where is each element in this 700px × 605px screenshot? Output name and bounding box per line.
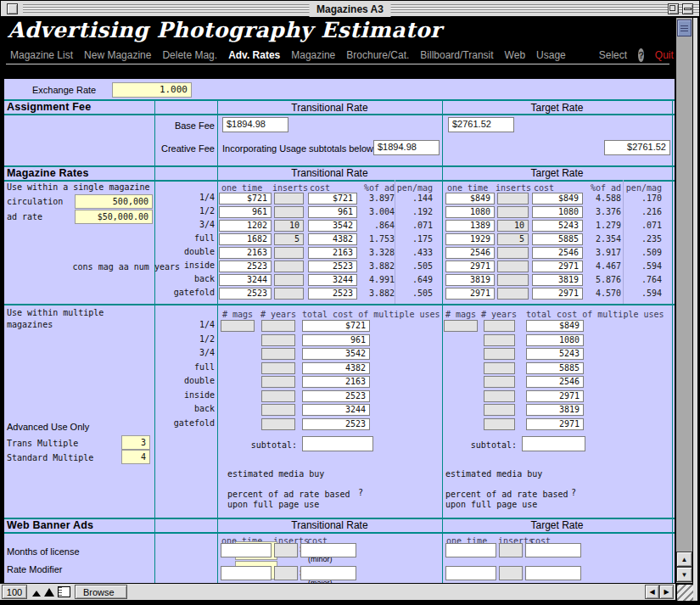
trans-total-cost-field[interactable]: $721 <box>302 320 370 332</box>
scroll-up-icon[interactable]: ▲ <box>676 552 692 567</box>
target-inserts-field[interactable] <box>497 288 529 300</box>
menu-item[interactable]: Delete Mag. <box>162 49 217 61</box>
menu-item[interactable]: Brochure/Cat. <box>346 49 409 61</box>
scroll-down-icon[interactable]: ▼ <box>676 567 692 582</box>
trans-total-cost-field[interactable]: 2523 <box>302 390 370 402</box>
web-target-one-time-field[interactable] <box>445 566 496 580</box>
target-one-time-field[interactable]: 3819 <box>445 274 495 286</box>
scroll-left-icon[interactable]: ◀ <box>645 585 659 599</box>
trans-one-time-field[interactable]: $721 <box>219 193 272 204</box>
target-num-years-field[interactable] <box>484 334 515 346</box>
target-total-cost-field[interactable]: 1080 <box>526 334 584 346</box>
web-target-inserts-field[interactable] <box>499 543 523 557</box>
trans-num-years-field[interactable] <box>261 334 295 346</box>
target-inserts-field[interactable] <box>497 274 529 286</box>
target-one-time-field[interactable]: 2971 <box>445 288 495 300</box>
web-target-cost-field[interactable] <box>525 543 581 557</box>
trans-inserts-field[interactable] <box>274 274 304 286</box>
trans-subtotal-field[interactable] <box>302 436 373 451</box>
target-total-cost-field[interactable]: 5885 <box>526 362 584 374</box>
target-one-time-field[interactable]: 1929 <box>445 233 495 245</box>
exchange-rate-field[interactable]: 1.000 <box>112 82 192 98</box>
target-inserts-field[interactable] <box>497 247 529 259</box>
web-trans-one-time-field[interactable] <box>221 566 272 580</box>
trans-num-years-field[interactable] <box>261 320 295 332</box>
window-titlebar[interactable]: Magazines A3 <box>0 0 700 17</box>
zoom-out-icon[interactable] <box>32 591 41 597</box>
menu-item[interactable]: Adv. Rates <box>228 49 280 61</box>
creative-fee-trans-field[interactable]: $1894.98 <box>373 140 440 155</box>
vertical-scrollbar[interactable]: ▲ ▼ <box>675 18 692 583</box>
target-num-years-field[interactable] <box>484 418 515 430</box>
target-num-years-field[interactable] <box>484 390 515 402</box>
target-subtotal-field[interactable] <box>522 436 585 451</box>
menu-item-quit[interactable]: Quit <box>655 49 674 61</box>
target-inserts-field[interactable]: 10 <box>497 220 529 232</box>
target-total-cost-field[interactable]: 2971 <box>526 390 584 402</box>
target-one-time-field[interactable]: $849 <box>445 193 495 204</box>
target-inserts-field[interactable] <box>497 206 529 218</box>
base-fee-trans-field[interactable]: $1894.98 <box>222 117 288 132</box>
trans-total-cost-field[interactable]: 4382 <box>302 362 370 374</box>
target-num-years-field[interactable] <box>484 404 515 416</box>
pct-help-icon[interactable]: ? <box>358 488 363 497</box>
help-icon[interactable]: ? <box>638 48 644 62</box>
trans-one-time-field[interactable]: 2523 <box>219 260 272 272</box>
trans-inserts-field[interactable] <box>274 288 304 300</box>
trans-multiple-field[interactable]: 3 <box>121 435 150 450</box>
zoom-box-icon[interactable] <box>668 3 679 14</box>
collapse-box-icon[interactable] <box>682 3 693 14</box>
creative-fee-target-field[interactable]: $2761.52 <box>604 140 670 155</box>
menu-item[interactable]: Web <box>505 49 525 61</box>
target-num-years-field[interactable] <box>484 376 515 388</box>
trans-num-years-field[interactable] <box>261 418 295 430</box>
scrollbar-thumb[interactable] <box>677 20 692 36</box>
target-num-years-field[interactable] <box>484 362 515 374</box>
mode-popup-button[interactable]: Browse <box>75 585 127 599</box>
target-total-cost-field[interactable]: 3819 <box>526 404 584 416</box>
target-one-time-field[interactable]: 2971 <box>445 260 495 272</box>
pct-help-icon[interactable]: ? <box>571 488 576 497</box>
trans-inserts-field[interactable] <box>274 193 304 204</box>
menu-item[interactable]: New Magazine <box>84 49 151 61</box>
web-trans-inserts-field[interactable] <box>274 566 298 580</box>
trans-total-cost-field[interactable]: 3244 <box>302 404 370 416</box>
scroll-right-icon[interactable]: ▶ <box>659 585 674 599</box>
trans-one-time-field[interactable]: 2523 <box>219 288 272 300</box>
menu-item[interactable]: Magazine <box>291 49 335 61</box>
trans-total-cost-field[interactable]: 3542 <box>302 348 370 360</box>
zoom-level-field[interactable]: 100 <box>2 585 27 599</box>
trans-num-years-field[interactable] <box>261 404 295 416</box>
target-one-time-field[interactable]: 1389 <box>445 220 495 232</box>
web-target-inserts-field[interactable] <box>499 566 523 580</box>
menu-item[interactable]: Usage <box>536 49 566 61</box>
target-one-time-field[interactable]: 1080 <box>445 206 495 218</box>
standard-multiple-field[interactable]: 4 <box>121 450 150 464</box>
web-trans-cost-field[interactable] <box>300 566 356 580</box>
target-inserts-field[interactable] <box>497 193 529 204</box>
trans-num-years-field[interactable] <box>261 362 295 374</box>
trans-num-years-field[interactable] <box>261 348 295 360</box>
web-target-one-time-field[interactable] <box>445 543 496 557</box>
web-target-cost-field[interactable] <box>525 566 581 580</box>
trans-num-mags-field[interactable] <box>221 320 255 332</box>
trans-inserts-field[interactable] <box>274 206 304 218</box>
target-total-cost-field[interactable]: 2971 <box>526 418 584 430</box>
web-trans-cost-field[interactable] <box>300 543 356 557</box>
target-num-mags-field[interactable] <box>444 320 478 332</box>
web-trans-inserts-field[interactable] <box>274 543 298 557</box>
trans-inserts-field[interactable] <box>274 260 304 272</box>
trans-total-cost-field[interactable]: 961 <box>302 334 370 346</box>
target-total-cost-field[interactable]: $849 <box>526 320 584 332</box>
trans-inserts-field[interactable]: 10 <box>274 220 304 232</box>
target-num-years-field[interactable] <box>484 348 515 360</box>
target-inserts-field[interactable]: 5 <box>497 233 529 245</box>
trans-inserts-field[interactable]: 5 <box>274 233 304 245</box>
web-trans-one-time-field[interactable] <box>221 543 272 557</box>
trans-total-cost-field[interactable]: 2523 <box>302 418 370 430</box>
trans-one-time-field[interactable]: 1682 <box>219 233 272 245</box>
trans-inserts-field[interactable] <box>274 247 304 259</box>
menu-item-select[interactable]: Select <box>599 49 627 61</box>
trans-one-time-field[interactable]: 2163 <box>219 247 272 259</box>
target-num-years-field[interactable] <box>484 320 515 332</box>
